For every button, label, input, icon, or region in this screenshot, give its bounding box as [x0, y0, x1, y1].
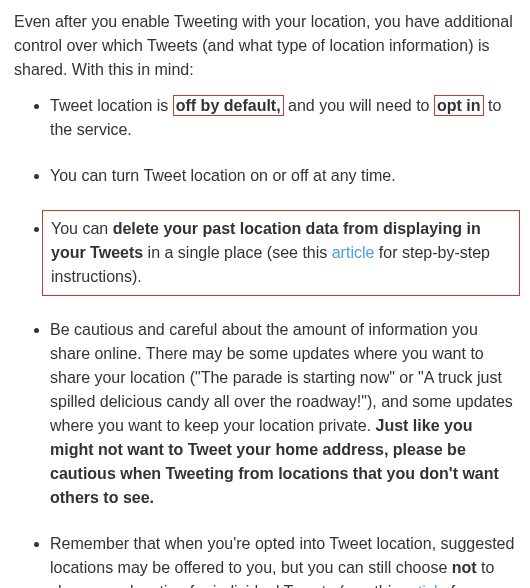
list-item: Be cautious and careful about the amount…: [50, 318, 516, 510]
text: You can: [51, 220, 113, 237]
article-link[interactable]: article: [332, 244, 375, 261]
text: Tweet location is: [50, 97, 173, 114]
list-item: You can turn Tweet location on or off at…: [50, 164, 516, 188]
text: You can turn Tweet location on or off at…: [50, 167, 396, 184]
intro-paragraph: Even after you enable Tweeting with your…: [14, 10, 516, 82]
bullet-list: Tweet location is off by default, and yo…: [14, 94, 516, 588]
article-link[interactable]: article: [404, 583, 447, 588]
list-item: You can delete your past location data f…: [50, 210, 516, 296]
text: in a single place (see this: [143, 244, 332, 261]
text-bold: not: [452, 559, 477, 576]
text-bold: off by default,: [176, 97, 281, 114]
highlight-block: You can delete your past location data f…: [42, 210, 520, 296]
list-item: Remember that when you're opted into Twe…: [50, 532, 516, 588]
list-item: Tweet location is off by default, and yo…: [50, 94, 516, 142]
text: and you will need to: [284, 97, 434, 114]
text-bold: opt in: [437, 97, 481, 114]
text: Remember that when you're opted into Twe…: [50, 535, 514, 576]
